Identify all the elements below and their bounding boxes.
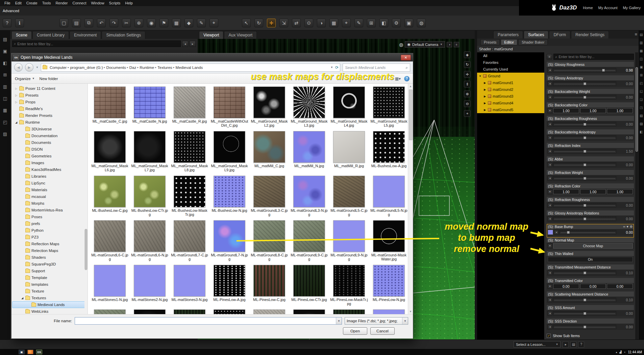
help-icon[interactable]: ? bbox=[404, 76, 410, 81]
folder-tree-item-relection-maps[interactable]: Relection Maps bbox=[12, 247, 88, 254]
slider-arrow-icon[interactable]: ◂ bbox=[548, 135, 552, 140]
surface-tree-item-matground2[interactable]: ▶matGround2 bbox=[477, 86, 544, 93]
file-item-ml-matgroundl6-n-jpg[interactable]: ML-matGroundL6-N.jpg bbox=[130, 220, 170, 264]
folder-tree-item-kaos3dreadmes[interactable]: Kaos3dReadMes bbox=[12, 166, 88, 173]
docked-pane-icon[interactable]: ⊞ bbox=[3, 73, 7, 77]
subtab-presets[interactable]: Presets bbox=[480, 39, 500, 45]
color-value[interactable]: 1.00 bbox=[607, 189, 633, 194]
file-item-ml-busheslow-n-jpg[interactable]: ML-BushesLow-N.jpg bbox=[209, 175, 249, 220]
file-item-ml-matground-maskwater-jpg[interactable]: ML-matGround-MaskWater.jpg bbox=[369, 220, 409, 264]
file-item-ml-matstones1-n-jpg[interactable]: ML-matStones1-N.jpg bbox=[90, 264, 130, 309]
property-value[interactable]: 0.00 bbox=[617, 217, 633, 221]
slider-arrow-icon[interactable]: ◂ bbox=[548, 271, 552, 275]
property-value[interactable]: 0.00 bbox=[617, 325, 633, 329]
folder-tree-item-python[interactable]: Python bbox=[12, 227, 88, 234]
slider-track[interactable] bbox=[553, 298, 616, 302]
menu-help[interactable]: Help bbox=[123, 0, 135, 6]
favorite-icon[interactable]: ♥ bbox=[627, 225, 628, 228]
menu-file[interactable]: File bbox=[2, 0, 13, 6]
folder-tree-item-libraries[interactable]: Libraries bbox=[12, 173, 88, 180]
menu-create[interactable]: Create bbox=[24, 0, 40, 6]
tab-scene[interactable]: Scene bbox=[11, 31, 32, 39]
filter-menu-icon[interactable]: ≡ bbox=[547, 54, 552, 59]
property-value[interactable]: 0.00 bbox=[617, 122, 633, 126]
folder-tree-item-documentation[interactable]: Documentation bbox=[12, 132, 88, 139]
file-item-ml-matgroundl8-c-jpg[interactable]: ML-matGroundL8-C.jpg bbox=[249, 220, 289, 264]
lesson-list-icon[interactable]: ▤ bbox=[570, 341, 576, 348]
surface-tree-item-matground3[interactable]: ▶matGround3 bbox=[477, 93, 544, 100]
scene-filter-input[interactable] bbox=[17, 42, 179, 46]
file-item-ml-matgroundl3-c-jpg[interactable]: ML-matGroundL3-C.jpg bbox=[249, 175, 289, 220]
slider-arrow-icon[interactable]: ◂ bbox=[548, 203, 552, 207]
search-input[interactable] bbox=[345, 66, 405, 70]
folder-tree-item-reflection-maps[interactable]: Reflection Maps bbox=[12, 240, 88, 247]
file-item-ml-matground-maskl2-jpg[interactable]: ML_matGround_MaskL2.jpg bbox=[249, 86, 289, 130]
file-item-ml-matmill-c-jpg[interactable]: ML_matMill_C.jpg bbox=[249, 130, 289, 175]
slider-track[interactable] bbox=[553, 95, 616, 99]
file-item-ml-matcastlewithoutdirt-c-jpg[interactable]: ML_matCastleWithOutDirt_C.jpg bbox=[209, 86, 249, 130]
lesson-selector[interactable]: Select a Lesson... ▼ bbox=[514, 341, 561, 348]
docked-pane-icon[interactable]: ◰ bbox=[3, 120, 7, 124]
taskbar-clock[interactable]: 11:44 AM bbox=[628, 350, 642, 354]
slider-handle[interactable] bbox=[584, 326, 586, 328]
slider-handle[interactable] bbox=[584, 204, 586, 207]
orbit-icon[interactable]: ↻ bbox=[464, 61, 471, 68]
spot-render-tool-icon[interactable]: ⊙ bbox=[304, 19, 313, 27]
file-item-ml-matground-maskl9-jpg[interactable]: ML_matGround_MaskL9.jpg bbox=[209, 130, 249, 175]
tab-environment[interactable]: Environment bbox=[70, 31, 101, 39]
breadcrumb-item-textures[interactable]: Textures bbox=[157, 65, 173, 70]
taskbar-app-explorer[interactable]: ▣ bbox=[19, 350, 25, 354]
tab-render-settings[interactable]: Render Settings bbox=[571, 31, 609, 39]
geometry-tool-icon[interactable]: ▦ bbox=[329, 19, 338, 27]
pane-menu-icon[interactable]: ≡ bbox=[635, 32, 637, 37]
slider-track[interactable] bbox=[560, 230, 616, 234]
surface-tree-item-matground5[interactable]: ▶matGround5 bbox=[477, 106, 544, 113]
refresh-icon[interactable]: ⟳ bbox=[335, 65, 339, 70]
color-dropdown-icon[interactable]: ▾ bbox=[548, 189, 552, 194]
docked-pane-icon[interactable]: ▧ bbox=[640, 114, 643, 118]
file-item-ml-matgroundl9-n-jpg[interactable]: ML-matGroundL9-N.jpg bbox=[329, 220, 369, 264]
surface-tree-item-currently-used[interactable]: Currently Used bbox=[477, 66, 544, 73]
slider-track[interactable] bbox=[553, 217, 616, 221]
slider-track[interactable] bbox=[553, 176, 616, 180]
file-name-input[interactable] bbox=[75, 319, 336, 323]
slider-arrow-icon[interactable]: ◂ bbox=[548, 311, 552, 315]
universal-tool-icon[interactable]: ✛ bbox=[267, 19, 276, 27]
folder-tree-item-shaders[interactable]: Shaders bbox=[12, 254, 88, 261]
tab-aux-viewport[interactable]: Aux Viewport bbox=[224, 31, 256, 39]
toggle-on-button[interactable]: On bbox=[548, 257, 633, 262]
docked-pane-icon[interactable]: ▦ bbox=[640, 49, 643, 53]
slider-handle[interactable] bbox=[584, 163, 586, 166]
folder-tree-item-pz3[interactable]: PZ3 bbox=[12, 234, 88, 240]
map-dropdown-icon[interactable]: ▾ bbox=[548, 244, 552, 248]
slider-arrow-icon[interactable]: ◂ bbox=[548, 217, 552, 221]
subtab-shader-baker[interactable]: Shader Baker bbox=[518, 39, 548, 45]
file-item-ml-matgroundl6-c-jpg[interactable]: ML-matGroundL6-C.jpg bbox=[90, 220, 130, 264]
breadcrumb-item-documents[interactable]: Documents bbox=[106, 65, 127, 70]
tab-parameters[interactable]: Parameters bbox=[493, 31, 523, 39]
property-value[interactable]: 0.00 bbox=[617, 311, 633, 315]
scale-tool-icon[interactable]: ⇲ bbox=[279, 19, 288, 27]
pan-icon[interactable]: ✛ bbox=[464, 71, 471, 78]
tray-show-hidden-icon[interactable]: ▴ bbox=[616, 351, 617, 354]
property-filter-input[interactable] bbox=[559, 55, 632, 59]
docked-pane-icon[interactable]: ▨ bbox=[3, 132, 7, 136]
color-dropdown-icon[interactable]: ▾ bbox=[548, 108, 552, 113]
folder-tree-item-dson[interactable]: DSON bbox=[12, 146, 88, 153]
properties-scrollbar[interactable] bbox=[635, 52, 638, 339]
file-item-ml-matground-maskl4-jpg[interactable]: ML_matGround_MaskL4.jpg bbox=[329, 86, 369, 130]
draw-style-icon[interactable]: ◑ bbox=[447, 42, 452, 47]
map-link-icon[interactable]: ∞ bbox=[623, 225, 625, 228]
zoom-out-icon[interactable]: ⊖ bbox=[464, 100, 471, 107]
slider-track[interactable] bbox=[553, 311, 616, 315]
color-value[interactable]: 1.00 bbox=[580, 108, 606, 113]
property-value[interactable]: 0.00 bbox=[617, 203, 633, 207]
folder-tree-item-render-presets[interactable]: Render Presets bbox=[12, 112, 88, 119]
docked-pane-icon[interactable]: ▤ bbox=[3, 37, 7, 42]
new-folder-button[interactable]: New folder bbox=[40, 77, 58, 81]
docked-pane-icon[interactable]: ▣ bbox=[640, 66, 643, 69]
slider-handle[interactable] bbox=[584, 177, 586, 180]
slider-track[interactable] bbox=[553, 325, 616, 329]
docked-pane-icon[interactable]: ▥ bbox=[3, 84, 7, 89]
back-button[interactable]: ◀ bbox=[14, 63, 23, 72]
